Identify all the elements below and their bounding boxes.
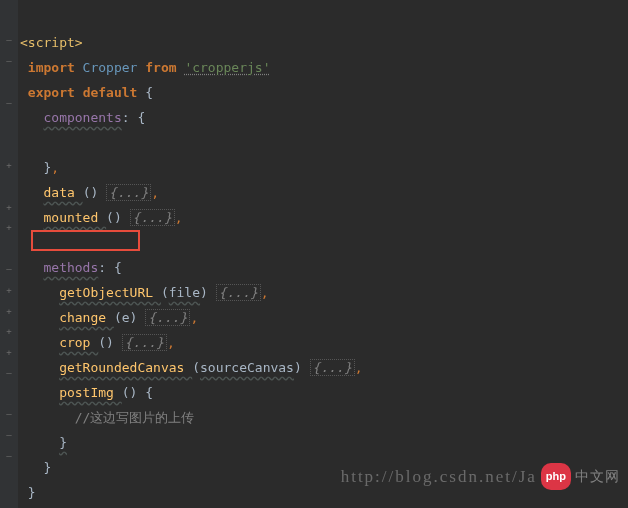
code-line: }, <box>20 155 628 180</box>
code-line: methods: { <box>20 255 628 280</box>
fold-icon[interactable] <box>0 466 18 487</box>
php-badge-icon: php <box>541 463 571 490</box>
code-line: crop () {...}, <box>20 330 628 355</box>
watermark-url: http://blog.csdn.net/Ja <box>341 464 537 489</box>
code-line: getObjectURL (file) {...}, <box>20 280 628 305</box>
fold-icon[interactable] <box>0 175 18 196</box>
fold-icon[interactable] <box>0 487 18 508</box>
watermark-cn: 中文网 <box>575 464 620 489</box>
code-line: <script> <box>20 30 628 55</box>
fold-icon[interactable]: – <box>0 446 18 467</box>
code-line: components: { <box>20 105 628 130</box>
fold-icon[interactable]: – <box>0 30 18 51</box>
fold-icon[interactable]: + <box>0 217 18 238</box>
code-editor[interactable]: <script> import Cropper from 'cropperjs'… <box>18 0 628 508</box>
code-line <box>20 130 628 155</box>
fold-icon[interactable]: + <box>0 321 18 342</box>
fold-icon[interactable]: + <box>0 279 18 300</box>
fold-icon[interactable] <box>0 383 18 404</box>
gutter: – – – + + + – + + + + – – – – <box>0 0 18 508</box>
fold-icon[interactable] <box>0 134 18 155</box>
fold-icon[interactable] <box>0 238 18 259</box>
code-line: getRoundedCanvas (sourceCanvas) {...}, <box>20 355 628 380</box>
fold-icon[interactable]: + <box>0 196 18 217</box>
fold-icon[interactable] <box>0 72 18 93</box>
fold-icon[interactable]: + <box>0 300 18 321</box>
fold-icon[interactable]: – <box>0 425 18 446</box>
code-line <box>20 230 628 255</box>
code-line: change (e) {...}, <box>20 305 628 330</box>
fold-icon[interactable] <box>0 113 18 134</box>
fold-icon[interactable]: – <box>0 51 18 72</box>
fold-icon[interactable]: – <box>0 363 18 384</box>
fold-icon[interactable]: + <box>0 342 18 363</box>
fold-icon[interactable]: + <box>0 155 18 176</box>
code-line: //这边写图片的上传 <box>20 405 628 430</box>
fold-icon[interactable]: – <box>0 92 18 113</box>
code-line: export default { <box>20 80 628 105</box>
code-line: } <box>20 430 628 455</box>
fold-icon[interactable]: – <box>0 404 18 425</box>
code-line: import Cropper from 'cropperjs' <box>20 55 628 80</box>
watermark: http://blog.csdn.net/Ja php 中文网 <box>341 463 620 490</box>
code-line: postImg () { <box>20 380 628 405</box>
fold-icon[interactable]: – <box>0 259 18 280</box>
code-line: data () {...}, <box>20 180 628 205</box>
code-line: mounted () {...}, <box>20 205 628 230</box>
